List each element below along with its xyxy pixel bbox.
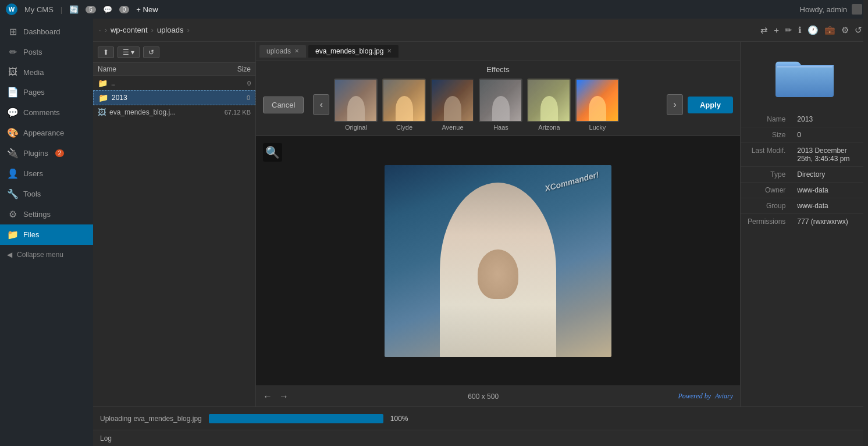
scrollbar[interactable] xyxy=(863,42,868,406)
path-item-wp-content[interactable]: wp-content xyxy=(111,26,148,34)
effect-arizona[interactable]: Arizona xyxy=(527,79,571,131)
tab-uploads[interactable]: uploads ✕ xyxy=(259,45,306,58)
effect-thumb-clyde xyxy=(382,79,426,122)
settings2-icon[interactable]: ⚙ xyxy=(841,25,849,35)
tab-close-eva[interactable]: ✕ xyxy=(387,48,392,54)
sidebar-item-users[interactable]: 👤 Users xyxy=(0,163,93,184)
sidebar-item-label-media: Media xyxy=(23,68,44,77)
sidebar-item-dashboard[interactable]: ⊞ Dashboard xyxy=(0,22,93,42)
effect-haas[interactable]: Haas xyxy=(479,79,522,131)
info-name-label: Name xyxy=(741,112,790,127)
tab-close-uploads[interactable]: ✕ xyxy=(294,48,299,54)
info-size-value: 0 xyxy=(790,127,868,143)
sidebar-item-label-users: Users xyxy=(23,169,43,178)
sidebar-item-label-comments: Comments xyxy=(23,108,60,117)
info-last-modif-label: Last Modif. xyxy=(741,143,790,167)
info-icon[interactable]: ℹ xyxy=(798,25,802,35)
svg-rect-1 xyxy=(777,66,833,67)
info-owner-value: www-data xyxy=(790,183,868,198)
upload-percent: 100% xyxy=(390,415,408,423)
info-row-permissions: Permissions 777 (rwxrwxrwx) xyxy=(741,214,868,230)
effects-controls: Cancel ‹ Original xyxy=(263,79,733,131)
path-sep-start: · xyxy=(99,26,101,34)
next-image-button[interactable]: → xyxy=(279,391,289,402)
list-item[interactable]: 📁 .. 0 xyxy=(93,76,255,90)
topbar: W My CMS | 🔄 5 💬 0 + New Howdy, admin xyxy=(0,0,868,19)
cancel-button[interactable]: Cancel xyxy=(263,97,304,113)
log-bar: Log xyxy=(93,430,868,446)
file-size: 67.12 KB xyxy=(204,109,251,116)
sidebar-item-label-tools: Tools xyxy=(23,190,41,198)
list-item[interactable]: 🖼 eva_mendes_blog.j... 67.12 KB xyxy=(93,105,255,119)
howdy-text: Howdy, admin xyxy=(800,5,847,14)
powered-by-label: Powered by xyxy=(678,392,711,400)
collapse-menu-button[interactable]: ◀ Collapse menu xyxy=(0,245,93,265)
file-size: 0 xyxy=(204,80,251,87)
sidebar-item-appearance[interactable]: 🎨 Appearance xyxy=(0,123,93,143)
effects-prev-button[interactable]: ‹ xyxy=(313,94,329,115)
appearance-icon: 🎨 xyxy=(7,127,19,138)
prev-image-button[interactable]: ← xyxy=(263,391,272,402)
effect-lucky[interactable]: Lucky xyxy=(575,79,619,131)
zoom-icon[interactable]: 🔍 xyxy=(263,143,282,162)
folder-icon-item: 📁 xyxy=(98,93,108,102)
preview-image: XCommander! xyxy=(385,165,611,357)
sidebar-item-settings[interactable]: ⚙ Settings xyxy=(0,204,93,224)
upload-button[interactable]: ⬆ xyxy=(98,47,114,58)
tab-eva-mendes[interactable]: eva_mendes_blog.jpg ✕ xyxy=(308,45,399,58)
sidebar-item-comments[interactable]: 💬 Comments xyxy=(0,102,93,123)
menu-button[interactable]: ☰ ▾ xyxy=(118,47,140,58)
info-permissions-value: 777 (rwxrwxrwx) xyxy=(790,214,868,230)
clock-icon[interactable]: 🕐 xyxy=(807,25,819,35)
update-icon[interactable]: 🔄 xyxy=(69,5,79,14)
effects-label: Effects xyxy=(263,65,733,74)
info-last-modif-value: 2013 December 25th, 3:45:43 pm xyxy=(790,143,868,167)
edit-icon[interactable]: ✏ xyxy=(785,25,792,35)
info-table: Name 2013 Size 0 Last Modif. 2013 Decemb… xyxy=(741,112,868,229)
apply-button[interactable]: Apply xyxy=(688,97,733,113)
list-item[interactable]: 📁 2013 0 xyxy=(93,90,255,105)
file-icon-item: 🖼 xyxy=(98,108,106,117)
refresh-icon[interactable]: ↺ xyxy=(855,25,862,35)
effect-thumb-lucky xyxy=(575,79,619,122)
upload-progress-bar xyxy=(209,414,383,423)
effects-apply-wrapper: Apply xyxy=(688,97,733,113)
info-type-value: Directory xyxy=(790,167,868,183)
preview-size: 600 x 500 xyxy=(468,393,499,401)
shuffle-icon[interactable]: ⇄ xyxy=(760,25,768,35)
add-icon[interactable]: + xyxy=(774,25,779,35)
info-permissions-label: Permissions xyxy=(741,214,790,230)
wp-logo[interactable]: W xyxy=(6,3,17,15)
effect-clyde[interactable]: Clyde xyxy=(382,79,426,131)
tab-label-uploads: uploads xyxy=(266,47,291,55)
sidebar-item-pages[interactable]: 📄 Pages xyxy=(0,82,93,102)
path-item-uploads[interactable]: uploads xyxy=(157,26,184,34)
path-sep-1: › xyxy=(151,26,154,34)
effect-avenue[interactable]: Avenue xyxy=(431,79,474,131)
upload-text: Uploading eva_mendes_blog.jpg xyxy=(100,415,202,423)
admin-avatar[interactable] xyxy=(852,4,862,15)
new-button[interactable]: + New xyxy=(136,5,158,14)
posts-icon: ✏ xyxy=(7,47,19,58)
effect-original[interactable]: Original xyxy=(334,79,378,131)
effects-next-button[interactable]: › xyxy=(667,94,683,115)
briefcase-icon[interactable]: 💼 xyxy=(824,25,835,35)
sidebar-item-media[interactable]: 🖼 Media xyxy=(0,62,93,82)
refresh-files-button[interactable]: ↺ xyxy=(143,47,159,58)
settings-icon: ⚙ xyxy=(7,209,19,220)
info-type-label: Type xyxy=(741,167,790,183)
site-name[interactable]: My CMS xyxy=(24,5,54,14)
sidebar-item-tools[interactable]: 🔧 Tools xyxy=(0,184,93,204)
collapse-label: Collapse menu xyxy=(17,251,63,259)
tab-label-eva: eva_mendes_blog.jpg xyxy=(315,47,383,55)
sidebar-item-label-appearance: Appearance xyxy=(23,129,64,137)
info-row-owner: Owner www-data xyxy=(741,183,868,198)
comment-icon[interactable]: 💬 xyxy=(103,5,112,14)
sidebar-item-plugins[interactable]: 🔌 Plugins 2 xyxy=(0,143,93,163)
sidebar-item-posts[interactable]: ✏ Posts xyxy=(0,42,93,62)
effect-label-haas: Haas xyxy=(493,124,508,131)
effect-label-avenue: Avenue xyxy=(442,124,463,131)
sidebar-item-files[interactable]: 📁 Files xyxy=(0,224,93,245)
file-list-items: 📁 .. 0 📁 2013 0 🖼 eva_mendes_blog.j... xyxy=(93,76,255,406)
file-list-header: Name Size xyxy=(93,63,255,76)
